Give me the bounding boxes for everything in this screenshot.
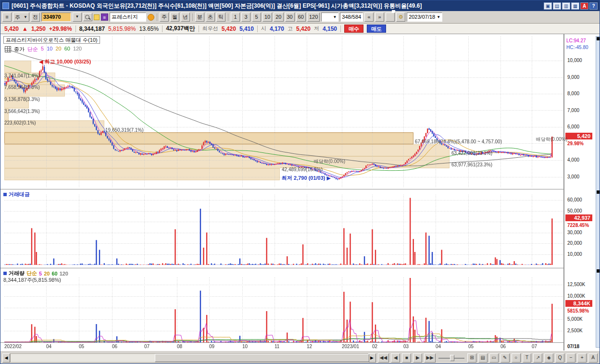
- scrollbar-thumb[interactable]: [155, 354, 369, 362]
- volume-profile-label: 67,069,186(24.4%)(5,478.00 ~ 4,757.00): [415, 139, 502, 144]
- price-axis-tick: 4,000: [567, 157, 579, 163]
- interval-60-button[interactable]: 60: [296, 13, 306, 22]
- nav-prev-button[interactable]: ◀: [391, 353, 400, 363]
- tool-text-icon[interactable]: T: [523, 353, 532, 363]
- interval-custom-dropdown[interactable]: ▼: [321, 13, 338, 22]
- nav-first-button[interactable]: ◀◀: [378, 353, 389, 363]
- period-dropdown[interactable]: 주▼: [13, 13, 29, 22]
- interval-20-button[interactable]: 20: [274, 13, 283, 22]
- tool-rect-icon[interactable]: ▭: [489, 353, 499, 363]
- scrollbar-track[interactable]: [10, 353, 368, 363]
- chevron-down-icon: ▼: [437, 13, 440, 21]
- x-axis-label: 06: [500, 344, 506, 349]
- interval-3-button[interactable]: 3: [241, 13, 250, 22]
- interval-5-button[interactable]: 5: [252, 13, 261, 22]
- high-price: 5,420: [296, 25, 311, 32]
- price-change: 1,250: [31, 25, 46, 32]
- save-chart-icon[interactable]: [386, 13, 395, 22]
- tool-draw-icon[interactable]: ✎: [500, 353, 510, 363]
- tool-trend-icon[interactable]: ↗: [533, 353, 542, 363]
- x-axis-label: 09: [209, 344, 214, 349]
- zoom-out-button[interactable]: −: [566, 353, 575, 363]
- period-month-button[interactable]: 월: [170, 13, 179, 22]
- code-dropdown-arrow[interactable]: ▼: [73, 13, 82, 22]
- divider: [199, 25, 199, 32]
- vol-ma60-label: 60: [51, 271, 57, 276]
- tool-grid-icon[interactable]: ⊞: [467, 353, 476, 363]
- turnover-rate: 13.65%: [139, 25, 159, 32]
- interval-10-button[interactable]: 10: [262, 13, 272, 22]
- interval-120-button[interactable]: 120: [307, 13, 320, 22]
- low-annotation: 최저 2,790 (01/03) ▶: [282, 175, 331, 182]
- volume-axis-tick: 12,500K: [567, 282, 585, 287]
- chart-canvas[interactable]: [0, 34, 564, 351]
- panel-collapse-button[interactable]: [597, 37, 600, 40]
- window-icon-2[interactable]: ▤: [553, 2, 561, 10]
- x-axis-label: 05: [79, 344, 84, 349]
- x-axis-label: 2022/02: [4, 344, 22, 349]
- nav-last-button[interactable]: ▶▶: [424, 353, 436, 363]
- sell-button[interactable]: 매도: [367, 25, 386, 33]
- divider: [257, 25, 258, 32]
- zoom-in-button[interactable]: +: [577, 353, 587, 363]
- tool-circle-icon[interactable]: ○: [512, 353, 521, 363]
- memo-icon[interactable]: [94, 14, 100, 20]
- x-axis-label: 07: [144, 344, 150, 349]
- panel-collapse-button[interactable]: [597, 190, 600, 194]
- divider: [162, 25, 162, 32]
- value-axis-tick: 30,000: [567, 230, 582, 235]
- zoom-reset-button[interactable]: Q: [555, 353, 564, 363]
- app-icon: [2, 2, 9, 9]
- period-year-button[interactable]: 년: [181, 13, 190, 22]
- price-axis-tick: 8,000: [567, 91, 579, 96]
- settings-gear-icon[interactable]: ⚙: [396, 13, 405, 22]
- volume-profile-label: 63,422,001(23.1%): [451, 151, 492, 156]
- chevron-down-icon: ▼: [333, 13, 337, 21]
- hc-value: HC:-45.80: [566, 45, 588, 50]
- nav-next-button[interactable]: ▶: [413, 353, 422, 363]
- auto-scale-button[interactable]: A: [588, 353, 598, 363]
- scroll-left-icon[interactable]: «: [364, 13, 374, 22]
- stock-code-input[interactable]: 334970: [41, 13, 71, 22]
- value-panel-title: 거래대금: [3, 191, 30, 198]
- panel-collapse-button[interactable]: [597, 269, 600, 273]
- date-picker[interactable]: 2023/07/18▼: [407, 13, 442, 22]
- scrollbar-left-arrow[interactable]: ◀: [2, 353, 10, 363]
- panel-marker-icon: [3, 272, 7, 275]
- grid-settings-icon[interactable]: [5, 46, 11, 52]
- menu-icon[interactable]: ≡: [2, 13, 12, 22]
- interval-1-button[interactable]: 1: [231, 13, 240, 22]
- ma120-label: 120: [73, 46, 82, 53]
- period-second-button[interactable]: 초: [206, 13, 215, 22]
- volume-profile-legend: 프레스티지바이오로직스 매물대 수(10): [3, 36, 100, 44]
- change-arrow-icon: ▲: [22, 25, 28, 32]
- period-minute-button[interactable]: 분: [195, 13, 204, 22]
- volume-axis-tick: 10,000K: [567, 293, 585, 299]
- zoom-slider[interactable]: [438, 353, 465, 363]
- window-icon-4[interactable]: ▦: [571, 2, 579, 10]
- help-icon[interactable]: ?: [589, 2, 598, 10]
- search-icon[interactable]: [83, 13, 92, 21]
- period-tick-button[interactable]: 틱: [216, 13, 225, 22]
- low-arrow-icon: ▶: [327, 175, 331, 181]
- tool-indicator-icon[interactable]: ◈: [544, 353, 553, 363]
- alert-icon[interactable]: A: [580, 2, 588, 10]
- chart-horizontal-scrollbar[interactable]: ◀ ▶: [2, 353, 376, 363]
- period-week-button[interactable]: 주: [160, 13, 169, 22]
- stock-info-icon[interactable]: ≡: [101, 13, 108, 21]
- window-icon-3[interactable]: ▥: [562, 2, 570, 10]
- volume-profile-label: 7,658,944(2.8%): [4, 85, 40, 90]
- slider-knob[interactable]: [450, 355, 454, 361]
- low-label: 저: [314, 25, 319, 32]
- nav-stop-button[interactable]: ■: [402, 353, 411, 363]
- prev-stock-button[interactable]: 전: [31, 13, 40, 22]
- quote-bar: 5,420 ▲ 1,250 +29.98% 8,344,187 5,815.98…: [0, 24, 600, 34]
- favorite-icon[interactable]: [148, 14, 154, 21]
- window-icon-1[interactable]: ▣: [544, 2, 552, 10]
- vol-ma20-label: 20: [44, 271, 50, 276]
- interval-30-button[interactable]: 30: [285, 13, 295, 22]
- buy-button[interactable]: 매수: [344, 25, 363, 33]
- chevron-down-icon: ▼: [24, 13, 27, 21]
- tool-panel-icon[interactable]: ▤: [478, 353, 488, 363]
- scroll-right-icon[interactable]: »: [375, 13, 384, 22]
